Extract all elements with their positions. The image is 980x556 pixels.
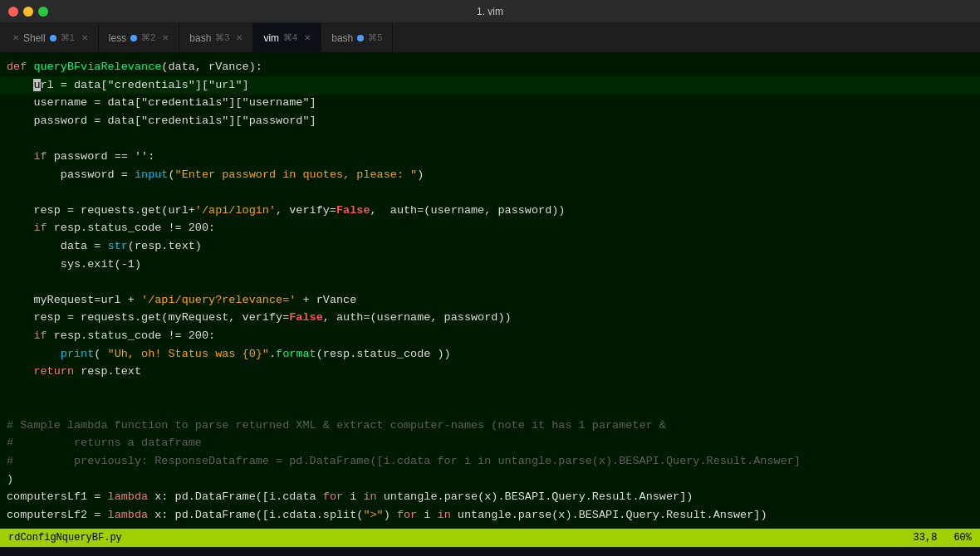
- code-line: # previously: ResponseDataframe = pd.Dat…: [0, 452, 980, 471]
- code-line: password = input("Enter password in quot…: [0, 166, 980, 184]
- tab-shortcut: ⌘1: [61, 32, 75, 43]
- code-line: if resp.status_code != 200:: [0, 219, 980, 237]
- tab-label: less: [109, 32, 126, 44]
- code-editor[interactable]: def queryBFviaRelevance(data, rVance): u…: [0, 53, 980, 529]
- code-line: computersLf1 = lambda x: pd.DataFrame([i…: [0, 488, 980, 506]
- code-line: username = data["credentials"]["username…: [0, 94, 980, 112]
- code-line: [0, 129, 980, 148]
- code-line: [0, 273, 980, 291]
- tab-close-icon2[interactable]: ✕: [81, 33, 88, 42]
- tab-bash1[interactable]: bash ⌘3 ✕: [179, 23, 253, 52]
- tab-shortcut: ⌘3: [215, 32, 229, 43]
- traffic-lights: [8, 7, 48, 17]
- tab-dot: [130, 35, 137, 41]
- code-line: # Sample lambda function to parse return…: [0, 417, 980, 435]
- tab-label: bash: [189, 32, 211, 44]
- code-line: if resp.status_code != 200:: [0, 327, 980, 345]
- tab-close-icon[interactable]: ✕: [12, 33, 19, 42]
- tab-bar: ✕ Shell ⌘1 ✕ less ⌘2 ✕ bash ⌘3 ✕ vim ⌘4 …: [0, 23, 980, 53]
- code-line: def queryBFviaRelevance(data, rVance):: [0, 58, 980, 76]
- code-line: [0, 183, 980, 202]
- minimize-button[interactable]: [23, 7, 33, 17]
- status-bar: rdConfigNqueryBF.py 33,8 60%: [0, 529, 980, 547]
- tab-label: vim: [263, 32, 279, 44]
- tab-label: Shell: [23, 32, 46, 44]
- code-line: computersLf2 = lambda x: pd.DataFrame([i…: [0, 506, 980, 524]
- code-line: # returns a dataframe: [0, 434, 980, 452]
- tab-close-icon[interactable]: ✕: [162, 33, 169, 42]
- close-button[interactable]: [8, 7, 18, 17]
- code-line: resp = requests.get(myRequest, verify=Fa…: [0, 309, 980, 327]
- tab-shell[interactable]: ✕ Shell ⌘1 ✕: [0, 23, 99, 52]
- code-line: url = data["credentials"]["url"]: [0, 76, 980, 95]
- tab-bash2[interactable]: bash ⌘5: [321, 23, 393, 52]
- code-line: [0, 381, 980, 399]
- tab-shortcut: ⌘5: [368, 32, 382, 43]
- status-right: 33,8 60%: [914, 532, 972, 544]
- status-filename: rdConfigNqueryBF.py: [8, 532, 122, 544]
- tab-shortcut: ⌘2: [141, 32, 155, 43]
- code-line: data = str(resp.text): [0, 237, 980, 256]
- code-line: password = data["credentials"]["password…: [0, 112, 980, 130]
- window-title: 1. vim: [477, 6, 503, 17]
- tab-close-icon[interactable]: ✕: [304, 33, 311, 42]
- tab-vim[interactable]: vim ⌘4 ✕: [253, 23, 321, 52]
- tab-less[interactable]: less ⌘2 ✕: [99, 23, 179, 52]
- code-line: resp = requests.get(url+'/api/login', ve…: [0, 202, 980, 220]
- title-bar: 1. vim: [0, 0, 980, 23]
- code-line: myRequest=url + '/api/query?relevance=' …: [0, 291, 980, 310]
- status-percent: 60%: [953, 532, 972, 544]
- code-line: sys.exit(-1): [0, 256, 980, 274]
- status-position: 33,8: [914, 532, 938, 544]
- code-line: ): [0, 471, 980, 489]
- code-line: return resp.text: [0, 363, 980, 381]
- tab-shortcut: ⌘4: [283, 32, 297, 43]
- tab-close-icon[interactable]: ✕: [236, 33, 243, 42]
- tab-dot: [50, 35, 56, 41]
- code-line: [0, 398, 980, 417]
- code-line: print( "Uh, oh! Status was {0}".format(r…: [0, 345, 980, 363]
- code-line: if password == '':: [0, 148, 980, 166]
- maximize-button[interactable]: [38, 7, 48, 17]
- tab-dot: [357, 35, 364, 41]
- tab-label: bash: [331, 32, 353, 44]
